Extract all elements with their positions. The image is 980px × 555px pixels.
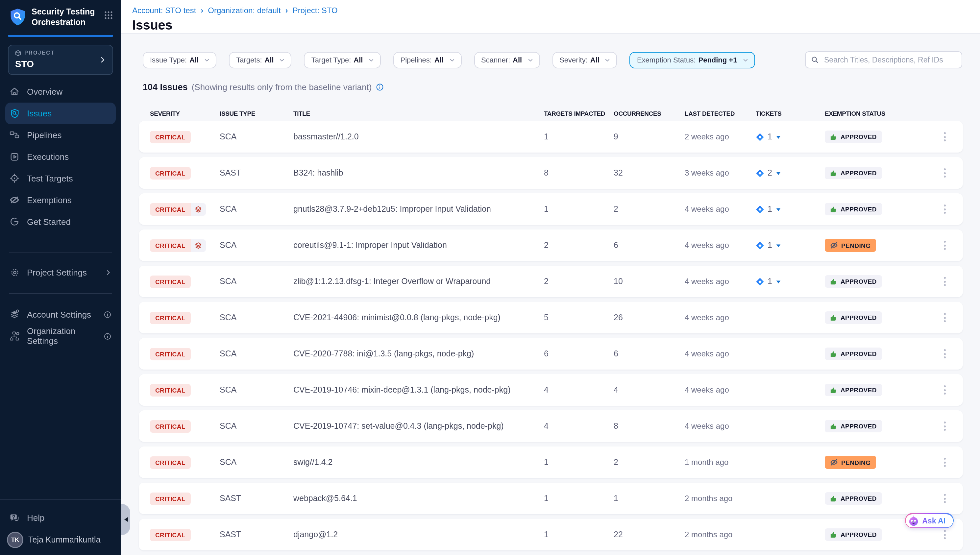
filter-dropdown[interactable]: Pipelines:All [393,51,461,68]
row-menu-button[interactable] [940,491,950,506]
targets-impacted: 2 [544,241,549,250]
row-menu-button[interactable] [940,346,950,361]
sidebar-item-overview[interactable]: Overview [0,80,121,102]
filter-dropdown[interactable]: Issue Type:All [143,51,217,68]
issue-type: SAST [220,494,241,503]
chevron-down-icon [368,57,374,63]
issue-type: SCA [220,458,236,467]
exemption-status-label: APPROVED [840,133,877,140]
filter-dropdown[interactable]: Exemption Status:Pending +1 [630,51,755,68]
filter-dropdown[interactable]: Targets:All [229,51,291,68]
sidebar-item-get-started[interactable]: Get Started [0,211,121,233]
table-row[interactable]: CRITICAL SCA zlib@1:1.2.13.dfsg-1: Integ… [139,266,963,297]
occurrences: 2 [614,458,618,467]
thumbs-up-icon [830,387,837,393]
row-menu-button[interactable] [940,166,950,180]
table-row[interactable]: CRITICAL SCA CVE-2021-44906: minimist@0.… [139,302,963,334]
ticket-dropdown[interactable]: 1 [756,241,781,250]
results-count-line: 104 Issues (Showing results only from th… [143,82,980,92]
breadcrumb-link[interactable]: Account: STO test [132,6,196,15]
sidebar-item-organization-settings[interactable]: Organization Settings [0,325,121,347]
collapse-arrow-icon [121,517,128,522]
severity-label: CRITICAL [150,529,191,541]
info-icon[interactable] [375,83,384,91]
severity-label: CRITICAL [150,131,191,143]
row-menu-button[interactable] [940,202,950,217]
table-row[interactable]: CRITICAL SAST B324: hashlib 8 32 3 weeks… [139,157,963,189]
ticket-count: 1 [768,132,772,141]
table-row[interactable]: CRITICAL SCA swig//1.4.2 1 2 1 month ago [139,446,963,478]
breadcrumb-link[interactable]: Organization: default [208,6,281,15]
row-menu-button[interactable] [940,528,950,542]
row-menu-button[interactable] [940,383,950,397]
thumbs-up-icon [830,205,837,213]
sidebar-collapse-handle[interactable] [121,504,130,535]
filter-dropdown[interactable]: Severity:All [552,51,617,68]
app-switcher-grid-icon[interactable] [104,11,113,22]
last-detected: 4 weeks ago [685,349,729,358]
ticket-dropdown[interactable]: 1 [756,277,781,286]
ticket-dropdown[interactable]: 2 [756,168,781,178]
info-icon[interactable] [103,310,112,319]
cube-icon [15,50,21,56]
search-box [805,51,962,68]
last-detected: 4 weeks ago [685,277,729,286]
thumbs-up-icon [830,278,837,285]
table-row[interactable]: CRITICAL SCA gnutls28@3.7.9-2+deb12u5: I… [139,193,963,225]
info-icon[interactable] [103,332,112,340]
table-row[interactable]: CRITICAL SCA bassmaster//1.2.0 1 9 2 wee… [139,121,963,152]
sidebar-item-exemptions[interactable]: Exemptions [0,189,121,211]
targets-impacted: 2 [544,277,549,286]
ticket-dropdown[interactable]: 1 [756,132,781,141]
filter-label: Issue Type: [150,56,187,64]
ask-ai-label: Ask AI [922,517,945,525]
search-input[interactable] [823,55,956,64]
severity-badge: CRITICAL [150,239,206,252]
filter-label: Target Type: [311,56,351,64]
sidebar-item-test-targets[interactable]: Test Targets [0,167,121,189]
targets-impacted: 1 [544,132,549,141]
sidebar-item-pipelines[interactable]: Pipelines [0,124,121,146]
row-menu-button[interactable] [940,455,950,470]
table-row[interactable]: CRITICAL SCA CVE-2020-7788: ini@1.3.5 (l… [139,338,963,370]
table-row[interactable]: CRITICAL SCA CVE-2019-10747: set-value@0… [139,410,963,442]
exemption-status-badge: PENDING [825,239,876,252]
sidebar-nav: Overview Issues Pipelines Executions [0,80,121,233]
breadcrumb-link[interactable]: Project: STO [293,6,338,15]
filter-value: All [513,56,522,64]
project-selector[interactable]: PROJECT STO [8,44,113,75]
filter-dropdown[interactable]: Scanner:All [474,51,540,68]
table-row[interactable]: CRITICAL SAST django@1.2 1 22 2 months a… [139,519,963,550]
severity-badge: CRITICAL [150,456,191,469]
sidebar-item-project-settings[interactable]: Project Settings [0,261,121,283]
thumbs-up-icon [830,422,837,430]
sidebar-item-account-settings[interactable]: Account Settings [0,303,121,325]
ticket-count: 1 [768,277,772,286]
exemption-status-label: APPROVED [840,422,877,430]
baseline-note: (Showing results only from the baseline … [192,82,372,92]
table-row[interactable]: CRITICAL SCA CVE-2019-10746: mixin-deep@… [139,374,963,406]
sidebar: Security Testing Orchestration PROJECT [0,0,121,555]
severity-label: CRITICAL [150,384,191,396]
sidebar-item-issues[interactable]: Issues [5,102,116,124]
row-menu-button[interactable] [940,419,950,433]
table-row[interactable]: CRITICAL SCA coreutils@9.1-1: Improper I… [139,229,963,261]
sidebar-item-help[interactable]: Help [0,507,121,529]
last-detected: 4 weeks ago [685,241,729,250]
row-menu-button[interactable] [940,274,950,289]
issue-title: CVE-2019-10747: set-value@0.4.3 (lang-pk… [294,422,504,431]
column-header: TITLE [294,110,310,117]
exemption-status-badge: APPROVED [825,203,882,215]
jira-icon [756,133,764,141]
ask-ai-button[interactable]: Ask AI [905,513,954,528]
filter-dropdown[interactable]: Target Type:All [304,51,381,68]
sidebar-item-executions[interactable]: Executions [0,146,121,167]
row-menu-button[interactable] [940,130,950,144]
ticket-dropdown[interactable]: 1 [756,205,781,214]
thumbs-up-icon [830,531,837,538]
last-detected: 1 month ago [685,458,728,467]
row-menu-button[interactable] [940,238,950,252]
row-menu-button[interactable] [940,310,950,325]
table-row[interactable]: CRITICAL SAST webpack@5.64.1 1 1 2 month… [139,483,963,514]
user-menu[interactable]: TK Teja Kummarikuntla [0,529,121,547]
